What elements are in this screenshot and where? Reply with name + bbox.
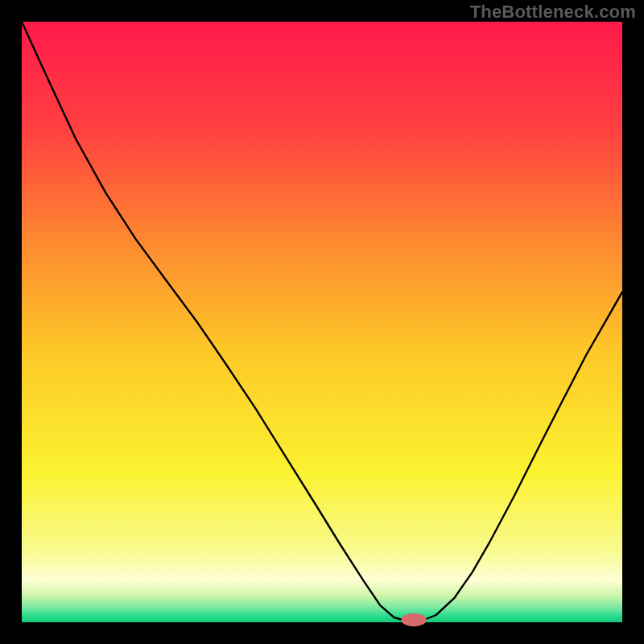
bottleneck-chart [0,0,644,644]
plot-background [22,22,622,622]
watermark-text: TheBottleneck.com [470,2,636,23]
optimum-marker [401,613,426,626]
chart-frame: { "watermark": "TheBottleneck.com", "cha… [0,0,644,644]
